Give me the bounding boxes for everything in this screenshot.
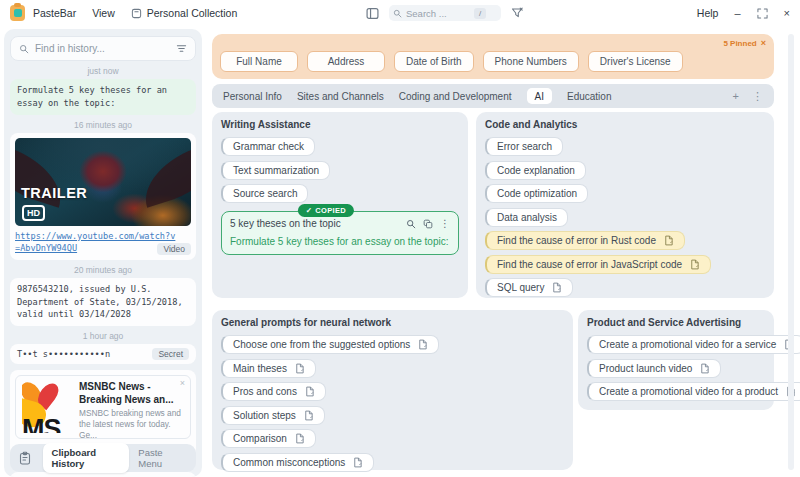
- global-search-input[interactable]: [406, 8, 470, 19]
- tab-education[interactable]: Education: [567, 91, 611, 102]
- video-link[interactable]: https://www.youtube.com/watch?v=AbvDnYW9…: [15, 230, 177, 255]
- collection-icon: [131, 8, 142, 19]
- check-icon: ✓: [306, 206, 313, 215]
- timestamp: just now: [10, 66, 196, 76]
- tabs-menu-icon[interactable]: ⋮: [752, 90, 763, 103]
- tab-clipboard-history[interactable]: Clipboard History: [43, 443, 130, 473]
- pinned-item-date-of-birth[interactable]: Date of Birth: [394, 51, 474, 72]
- pinned-panel: 5 Pinned × Full Name Address Date of Bir…: [212, 34, 774, 79]
- clip-promo-video-product[interactable]: Create a promotional video for a product: [587, 382, 800, 401]
- trailer-overlay-text: TRAILER: [21, 185, 87, 201]
- clip-menu-icon[interactable]: ⋮: [440, 218, 450, 229]
- clip-common-misconceptions[interactable]: Common misconceptions: [221, 453, 374, 472]
- history-item-passport[interactable]: 9876543210, issued by U.S. Department of…: [10, 278, 196, 327]
- pinned-count-label: 5 Pinned: [723, 39, 756, 48]
- menu-view[interactable]: View: [92, 7, 115, 19]
- clip-choose-option[interactable]: Choose one from the suggested options: [221, 335, 439, 354]
- copied-clip-card[interactable]: ✓ COPIED 5 key theses on the topic ⋮ For…: [221, 211, 459, 255]
- pinned-item-address[interactable]: Address: [307, 51, 385, 72]
- template-doc-icon: [663, 235, 674, 246]
- copied-clip-body: Formulate 5 key theses for an essay on t…: [230, 236, 450, 247]
- history-item-address[interactable]: 742 Maple Grove Lane Riverside, CA 92501: [10, 472, 196, 477]
- tab-paste-menu[interactable]: Paste Menu: [129, 443, 191, 473]
- video-type-badge: Video: [157, 243, 191, 255]
- sidebar-footer-tabs: Clipboard History Paste Menu: [43, 443, 191, 473]
- menu-pastebar[interactable]: PasteBar: [33, 7, 76, 19]
- timestamp: 16 minutes ago: [10, 120, 196, 130]
- template-doc-icon: [294, 363, 305, 374]
- collection-label: Personal Collection: [147, 7, 237, 19]
- link-preview-description: MSNBC breaking news and the latest news …: [79, 408, 184, 439]
- template-doc-icon: [294, 433, 305, 444]
- search-icon: [393, 9, 402, 18]
- add-tab-icon[interactable]: +: [733, 90, 739, 102]
- pinned-item-full-name[interactable]: Full Name: [220, 51, 298, 72]
- board-writing-assistance: Writing Assistance Grammar check Text su…: [212, 112, 468, 298]
- pinned-item-drivers-license[interactable]: Driver's License: [588, 51, 683, 72]
- clip-error-search[interactable]: Error search: [485, 137, 563, 156]
- hd-badge: HD: [22, 205, 45, 221]
- copy-icon[interactable]: [423, 219, 433, 229]
- clip-code-explanation[interactable]: Code explanation: [485, 161, 586, 180]
- global-search[interactable]: /: [389, 5, 501, 21]
- msnbc-logo: MS: [22, 381, 72, 433]
- board-code-and-analytics: Code and Analytics Error search Code exp…: [476, 112, 774, 298]
- clip-text-summarization[interactable]: Text summarization: [221, 161, 330, 180]
- copied-clip-title: 5 key theses on the topic: [230, 218, 341, 229]
- board-title: Product and Service Advertising: [587, 317, 765, 328]
- close-window-button[interactable]: ×: [784, 8, 790, 19]
- template-doc-icon: [304, 386, 315, 397]
- app-logo-icon: [10, 5, 25, 21]
- menu-personal-collection[interactable]: Personal Collection: [131, 7, 237, 19]
- help-menu[interactable]: Help: [697, 7, 719, 19]
- clip-pros-and-cons[interactable]: Pros and cons: [221, 382, 326, 401]
- collection-tabs: Personal Info Sites and Channels Coding …: [212, 84, 774, 108]
- video-thumbnail[interactable]: TRAILER HD: [15, 138, 191, 226]
- template-doc-icon: [352, 457, 363, 468]
- clip-data-analysis[interactable]: Data analysis: [485, 208, 568, 227]
- tab-ai[interactable]: AI: [527, 88, 552, 104]
- clipboard-icon[interactable]: [15, 447, 35, 469]
- minimize-button[interactable]: –: [734, 8, 740, 19]
- clip-code-optimization[interactable]: Code optimization: [485, 184, 588, 203]
- msnbc-logo-text: MS: [22, 414, 61, 433]
- clip-source-search[interactable]: Source search: [221, 184, 308, 203]
- board-title: General prompts for neural network: [221, 317, 564, 328]
- history-item-secret[interactable]: T••t s•••••••••••n Secret: [10, 344, 196, 364]
- clip-product-launch-video[interactable]: Product launch video: [587, 359, 721, 378]
- find-in-history[interactable]: [10, 36, 196, 61]
- clipboard-history-sidebar: just now Formulate 5 key theses for an e…: [4, 29, 202, 477]
- close-preview-icon[interactable]: ×: [180, 378, 185, 388]
- maximize-button[interactable]: [757, 8, 768, 19]
- find-in-history-input[interactable]: [35, 43, 170, 54]
- unpin-all-icon[interactable]: ×: [761, 38, 766, 48]
- clip-promo-video-service[interactable]: Create a promotional video for a service: [587, 335, 800, 354]
- clip-solution-steps[interactable]: Solution steps: [221, 406, 325, 425]
- filter-icon[interactable]: [176, 43, 187, 54]
- clear-filter-icon[interactable]: [511, 7, 523, 19]
- tab-personal-info[interactable]: Personal Info: [223, 91, 282, 102]
- sidebar-footer: Clipboard History Paste Menu: [10, 444, 196, 472]
- board-general-prompts: General prompts for neural network Choos…: [212, 310, 573, 470]
- clip-comparison[interactable]: Comparison: [221, 429, 316, 448]
- clip-sql-query[interactable]: SQL query: [485, 278, 573, 297]
- search-icon[interactable]: [406, 219, 416, 229]
- template-doc-icon: [551, 282, 562, 293]
- link-preview-card: MS MSNBC News - Breaking News an... MSNB…: [15, 375, 191, 439]
- scrollbar[interactable]: [788, 34, 794, 470]
- secret-type-badge: Secret: [152, 348, 189, 360]
- history-item-video[interactable]: TRAILER HD https://www.youtube.com/watch…: [10, 133, 196, 260]
- tab-coding-and-development[interactable]: Coding and Development: [399, 91, 512, 102]
- clip-main-theses[interactable]: Main theses: [221, 359, 316, 378]
- tab-sites-and-channels[interactable]: Sites and Channels: [297, 91, 384, 102]
- search-shortcut-key: /: [474, 8, 486, 19]
- timestamp: 1 hour ago: [10, 331, 196, 341]
- template-doc-icon: [689, 259, 700, 270]
- clip-rust-error[interactable]: Find the cause of error in Rust code: [485, 231, 685, 250]
- panel-toggle-icon[interactable]: [366, 7, 379, 20]
- titlebar: PasteBar View Personal Collection / Help…: [0, 0, 800, 26]
- pinned-item-phone-numbers[interactable]: Phone Numbers: [483, 51, 579, 72]
- clip-javascript-error[interactable]: Find the cause of error in JavaScript co…: [485, 255, 711, 274]
- history-item-essay[interactable]: Formulate 5 key theses for an essay on t…: [10, 79, 196, 115]
- clip-grammar-check[interactable]: Grammar check: [221, 137, 315, 156]
